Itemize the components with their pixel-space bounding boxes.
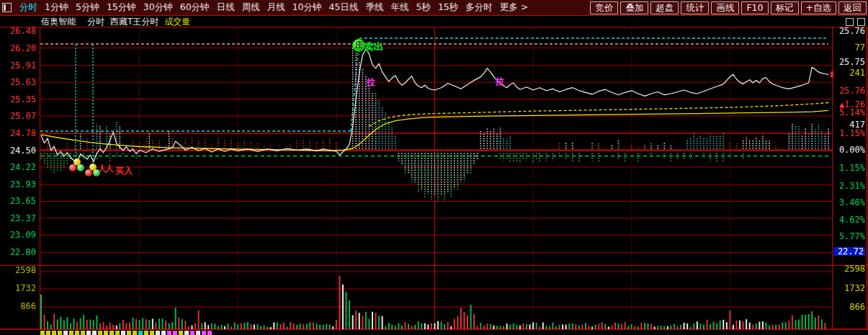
clipped-glyph-block bbox=[138, 331, 143, 335]
clipped-glyph-block bbox=[40, 331, 45, 335]
clipped-glyph-block bbox=[173, 331, 177, 335]
stock-app-window: 分时1分钟5分钟15分钟30分钟60分钟日线周线月线10分钟45日线季线年线5秒… bbox=[0, 0, 868, 335]
left-axis-volume-label: 866 bbox=[0, 302, 36, 311]
clipped-glyph-block bbox=[46, 331, 50, 335]
clipped-glyph-block bbox=[92, 331, 97, 335]
clipped-glyph-block bbox=[190, 331, 194, 335]
clipped-glyph-block bbox=[115, 331, 120, 335]
left-axis-volume-label: 1732 bbox=[0, 284, 36, 292]
clipped-glyph-block bbox=[127, 331, 131, 335]
left-axis-price-label: 23.93 bbox=[0, 180, 36, 189]
clipped-glyph-block bbox=[69, 331, 73, 335]
right-axis-volume-label: 1732 bbox=[835, 284, 865, 292]
left-axis-price-label: 26.48 bbox=[0, 27, 36, 35]
sell-signal-label: 卖出 bbox=[364, 40, 383, 53]
left-axis-price-label: 23.37 bbox=[0, 214, 36, 223]
clipped-glyph-block bbox=[133, 331, 137, 335]
right-axis-volume-label: 866 bbox=[835, 303, 865, 311]
left-axis-price-label: 24.78 bbox=[0, 129, 36, 138]
left-axis-price-label: 22.80 bbox=[0, 248, 36, 256]
buy-signal-label: 买入 bbox=[115, 166, 133, 175]
clipped-glyph-block bbox=[63, 331, 68, 335]
clipped-glyph-block bbox=[156, 331, 160, 335]
right-axis-quote-value: 25.75 bbox=[835, 58, 865, 66]
left-axis-price-label: 25.07 bbox=[0, 112, 36, 120]
clipped-glyph-block bbox=[202, 331, 206, 335]
banker-sell-badge-icon: 庄 bbox=[352, 39, 365, 52]
clipped-signal-text-strip bbox=[40, 331, 212, 335]
clipped-glyph-block bbox=[86, 331, 91, 335]
right-axis-quote-value: 241 bbox=[835, 68, 865, 77]
buy-balls-icon bbox=[69, 158, 85, 173]
right-axis-quote-value: 5.14% bbox=[835, 108, 865, 117]
left-axis-price-label: 26.20 bbox=[0, 44, 36, 53]
left-axis-price-label: 23.09 bbox=[0, 231, 36, 239]
left-axis-volume-label: 2598 bbox=[0, 266, 36, 274]
right-axis-quote-value: 25.76 bbox=[835, 27, 865, 35]
clipped-glyph-block bbox=[144, 331, 148, 335]
clipped-glyph-block bbox=[98, 331, 102, 335]
clipped-glyph-block bbox=[161, 331, 166, 335]
clipped-glyph-block bbox=[52, 331, 56, 335]
left-axis-price-label: 24.22 bbox=[0, 163, 36, 171]
left-axis-price-label: 25.35 bbox=[0, 95, 36, 104]
right-axis-percent-label: 3.46% bbox=[835, 198, 865, 207]
right-axis-percent-label: 0.00% bbox=[835, 146, 865, 154]
clipped-glyph-block bbox=[196, 331, 200, 335]
left-axis-price-label: 25.63 bbox=[0, 78, 36, 86]
right-axis-volume-label: 2598 bbox=[835, 264, 865, 273]
left-axis-price-label: 25.91 bbox=[0, 61, 36, 70]
right-axis-percent-label: 1.15% bbox=[835, 164, 865, 172]
right-axis-percent-label: 4.62% bbox=[835, 215, 865, 224]
left-axis-price-label: 23.65 bbox=[0, 197, 36, 205]
clipped-glyph-block bbox=[75, 331, 79, 335]
clipped-glyph-block bbox=[104, 331, 108, 335]
right-axis-quote-value: 25.76 bbox=[835, 86, 865, 95]
clipped-glyph-block bbox=[58, 331, 62, 335]
clipped-glyph-block bbox=[179, 331, 183, 335]
right-axis-percent-label: 1.15% bbox=[835, 129, 865, 138]
pull-up-signal-label: 拉 bbox=[496, 77, 504, 86]
clipped-glyph-block bbox=[167, 331, 171, 335]
clipped-glyph-block bbox=[150, 331, 154, 335]
clipped-glyph-block bbox=[207, 331, 212, 335]
right-axis-percent-label: 5.77% bbox=[835, 232, 865, 241]
right-axis-percent-label: 2.31% bbox=[835, 182, 865, 190]
clipped-glyph-block bbox=[109, 331, 114, 335]
left-axis-price-label: 24.50 bbox=[0, 146, 36, 155]
clipped-glyph-block bbox=[81, 331, 85, 335]
right-axis-cost-price-badge: 22.72 bbox=[833, 247, 865, 256]
pull-up-signal-label: 拉 bbox=[367, 78, 375, 86]
right-axis-quote-value: 77 bbox=[835, 43, 865, 52]
clipped-glyph-block bbox=[184, 331, 189, 335]
clipped-glyph-block bbox=[121, 331, 125, 335]
buy-balls-icon bbox=[85, 164, 101, 178]
